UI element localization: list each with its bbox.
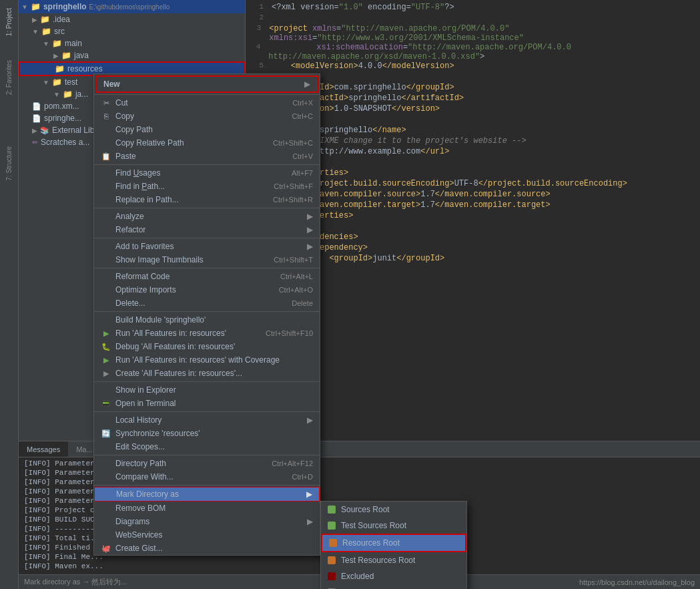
menu-removebom-label: Remove BOM <box>115 504 165 513</box>
main-folder-icon: 📁 <box>52 39 62 48</box>
vertical-tab-favorites[interactable]: 2: Favorites <box>3 55 15 100</box>
menu-item-build[interactable]: Build Module 'springhello' <box>94 313 320 327</box>
expand-icon-extlibs: ▶ <box>32 127 37 134</box>
delete-shortcut: Delete <box>292 299 313 307</box>
menu-item-copypath[interactable]: Copy Path <box>94 123 320 136</box>
menu-dirpath-label: Directory Path <box>115 459 166 468</box>
line-num-4: 4 <box>246 43 266 61</box>
mark-sources-root[interactable]: Sources Root <box>321 502 466 518</box>
menu-item-openinterminal[interactable]: 📟 Open in Terminal <box>94 397 320 410</box>
menu-item-delete[interactable]: Delete... Delete <box>94 297 320 310</box>
showthumbs-shortcut: Ctrl+Shift+T <box>274 256 313 264</box>
menu-item-showthumbs[interactable]: Show Image Thumbnails Ctrl+Shift+T <box>94 253 320 266</box>
line-content-16: <project.build.sourceEncoding>UTF-8</pro… <box>269 179 627 190</box>
menu-sync-label: Synchronize 'resources' <box>115 429 200 438</box>
menu-separator-0 <box>94 94 320 95</box>
menu-markdir-label: Mark Directory as <box>116 489 179 499</box>
menu-item-addfav[interactable]: Add to Favorites ▶ <box>94 240 320 253</box>
mark-resources-root[interactable]: Resources Root <box>321 534 466 552</box>
menu-item-findinpath[interactable]: Find in Path... Ctrl+Shift+F <box>94 180 320 193</box>
menu-item-creategist[interactable]: 🐙 Create Gist... <box>94 542 320 555</box>
editor-line-3: 3 <project xmlns="http://maven.apache.or… <box>246 24 700 43</box>
menu-item-cut[interactable]: ✂ Cut Ctrl+X <box>94 96 320 110</box>
menu-item-create[interactable]: ▶ Create 'All Features in: resources'... <box>94 367 320 380</box>
menu-item-webservices[interactable]: WebServices <box>94 528 320 542</box>
gist-icon: 🐙 <box>101 544 111 553</box>
line-content-3: <project xmlns="http://maven.apache.org/… <box>266 24 700 43</box>
vertical-tab-project[interactable]: 1: Project <box>3 3 15 41</box>
menu-item-replaceinpath[interactable]: Replace in Path... Ctrl+Shift+R <box>94 193 320 206</box>
tab-messages[interactable]: Messages <box>19 441 68 457</box>
tree-item-java[interactable]: ▶ 📁 java <box>19 49 245 61</box>
resources-label: resources <box>67 64 103 73</box>
menu-copy-label: Copy <box>115 112 134 121</box>
project-folder-icon: 📁 <box>31 2 41 11</box>
tree-item-idea[interactable]: ▶ 📁 .idea <box>19 13 245 25</box>
menu-item-sync[interactable]: 🔄 Synchronize 'resources' <box>94 427 320 440</box>
menu-copypath-label: Copy Path <box>115 125 153 134</box>
pom-label: pom.xm... <box>44 102 79 111</box>
status-left: Mark directory as → 然后转为... <box>24 577 127 587</box>
menu-item-diagrams[interactable]: Diagrams ▶ <box>94 515 320 528</box>
src-folder-icon: 📁 <box>41 27 51 36</box>
menu-item-optimize[interactable]: Optimize Imports Ctrl+Alt+O <box>94 283 320 297</box>
menu-item-paste[interactable]: 📋 Paste Ctrl+V <box>94 150 320 163</box>
menu-delete-label: Delete... <box>115 299 145 308</box>
sources-root-label: Sources Root <box>341 505 390 514</box>
menu-item-refactor[interactable]: Refactor ▶ <box>94 223 320 236</box>
java-folder-icon: 📁 <box>61 51 71 60</box>
menu-item-compare[interactable]: Compare With... Ctrl+D <box>94 470 320 483</box>
mark-excluded[interactable]: Excluded <box>321 568 466 584</box>
line-content-5: <modelVersion>4.0.0</modelVersion> <box>269 61 454 72</box>
menu-item-new[interactable]: New ▶ <box>95 75 318 93</box>
mark-test-resources-root[interactable]: Test Resources Root <box>321 552 466 568</box>
context-menu: New ▶ ✂ Cut Ctrl+X ⎘ Copy Ctrl+C Copy Pa… <box>93 73 320 556</box>
menu-item-analyze[interactable]: Analyze ▶ <box>94 210 320 223</box>
menu-build-label: Build Module 'springhello' <box>115 315 206 325</box>
vertical-tab-structure[interactable]: 7: Structure <box>3 141 15 186</box>
menu-item-markdir[interactable]: Mark Directory as ▶ <box>94 487 320 502</box>
menu-new-arrow: ▶ <box>304 79 310 89</box>
dirpath-shortcut: Ctrl+Alt+F12 <box>272 459 313 467</box>
menu-item-editscopes[interactable]: Edit Scopes... <box>94 440 320 453</box>
menu-editscopes-label: Edit Scopes... <box>115 442 165 451</box>
status-right: https://blog.csdn.net/u/dailong_blog <box>579 578 695 586</box>
scratch-icon: ✏ <box>32 138 38 147</box>
menu-item-dirpath[interactable]: Directory Path Ctrl+Alt+F12 <box>94 457 320 470</box>
tree-item-springhello[interactable]: ▼ 📁 springhello E:\githubdemos\springhel… <box>19 0 245 13</box>
menu-run-coverage-label: Run 'All Features in: resources' with Co… <box>115 355 280 365</box>
menu-item-copy[interactable]: ⎘ Copy Ctrl+C <box>94 110 320 123</box>
menu-item-findusages[interactable]: Find Usages Alt+F7 <box>94 166 320 180</box>
menu-item-localhistory[interactable]: Local History ▶ <box>94 413 320 427</box>
menu-item-reformat[interactable]: Reformat Code Ctrl+Alt+L <box>94 270 320 283</box>
tree-item-main[interactable]: ▼ 📁 main <box>19 37 245 49</box>
menu-creategist-label: Create Gist... <box>115 544 163 553</box>
menu-item-copyrelpath[interactable]: Copy Relative Path Ctrl+Shift+C <box>94 136 320 150</box>
mark-generated-sources-root[interactable]: Generated Sources Root <box>321 584 466 589</box>
resources-dot <box>329 539 337 547</box>
test-sources-dot <box>328 522 336 530</box>
editor-line-1: 1 <?xml version="1.0" encoding="UTF-8"?> <box>246 3 700 13</box>
menu-item-run-coverage[interactable]: ▶ Run 'All Features in: resources' with … <box>94 353 320 367</box>
scratches-label: Scratches a... <box>41 138 89 147</box>
test-folder-icon: 📁 <box>52 77 62 87</box>
menu-new-label: New <box>103 79 120 89</box>
menu-run-label: Run 'All Features in: resources' <box>115 329 226 338</box>
sources-dot <box>328 506 336 514</box>
mark-directory-submenu: Sources Root Test Sources Root Resources… <box>320 501 467 589</box>
run-icon: ▶ <box>101 329 111 338</box>
menu-item-showinexplorer[interactable]: Show in Explorer <box>94 383 320 397</box>
menu-item-removebom[interactable]: Remove BOM <box>94 502 320 515</box>
mark-test-sources-root[interactable]: Test Sources Root <box>321 518 466 534</box>
editor-line-2: 2 <box>246 13 700 24</box>
menu-localhistory-label: Local History <box>115 415 161 425</box>
test-label: test <box>65 77 77 87</box>
line-content-1: <?xml version="1.0" encoding="UTF-8"?> <box>269 3 454 13</box>
menu-item-run[interactable]: ▶ Run 'All Features in: resources' Ctrl+… <box>94 327 320 340</box>
markdir-arrow: ▶ <box>306 489 312 499</box>
menu-debug-label: Debug 'All Features in: resources' <box>115 342 235 351</box>
tree-item-src[interactable]: ▼ 📁 src <box>19 25 245 37</box>
menu-reformat-label: Reformat Code <box>115 272 169 281</box>
extlibs-icon: 📚 <box>40 126 49 135</box>
menu-item-debug[interactable]: 🐛 Debug 'All Features in: resources' <box>94 340 320 353</box>
